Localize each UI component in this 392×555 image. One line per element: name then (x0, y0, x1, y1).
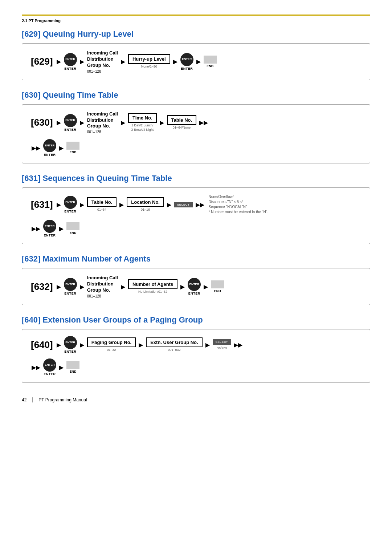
arrow-icon: ▶ (59, 145, 64, 151)
arrow-icon: ▶ (121, 283, 125, 290)
select-button[interactable]: SELECT (174, 202, 193, 207)
arrow-icon: ▶ (139, 341, 143, 348)
end-box (211, 280, 224, 288)
arrow-icon: ▶ (160, 119, 164, 126)
double-arrow-icon: ▶▶ (196, 201, 204, 208)
enter-button: ENTERENTER (64, 278, 77, 295)
arrow-icon: ▶ (205, 341, 210, 348)
arrow-icon: ▶ (80, 283, 84, 290)
enter-button: ENTERENTER (43, 139, 56, 157)
footer-page: 42 (22, 397, 26, 402)
bordered-label: Paging Group No. (87, 337, 136, 347)
bordered-label-group: Location No.01–16 (127, 197, 164, 212)
section-title-629: [629] Queuing Hurry-up Level (22, 29, 370, 39)
arrow-icon: ▶ (121, 119, 125, 126)
arrow-icon: ▶ (57, 283, 61, 290)
diagram-box-632: [632]▶ENTERENTER▶Incoming CallDistributi… (22, 268, 370, 305)
double-arrow-icon: ▶▶ (32, 225, 40, 232)
bordered-label-group: Table No.01–64 (87, 197, 117, 212)
arrow-icon: ▶ (121, 58, 125, 65)
arrow-icon: ▶ (57, 119, 61, 126)
bordered-label: Table No. (87, 197, 117, 207)
enter-button: ENTERENTER (43, 220, 56, 237)
code-label: [640] (31, 339, 53, 351)
arrow-icon: ▶ (57, 201, 61, 208)
arrow-icon: ▶ (59, 225, 64, 232)
arrow-icon: ▶ (57, 341, 61, 348)
section-title-631: [631] Sequences in Queuing Time Table (22, 174, 370, 183)
text-block: Incoming CallDistributionGroup No.001–12… (87, 275, 118, 298)
double-arrow-icon: ▶▶ (32, 364, 40, 371)
footer-divider (32, 397, 33, 402)
enter-button: ENTERENTER (180, 53, 193, 70)
text-block: Incoming CallDistributionGroup No.001–12… (87, 50, 118, 73)
code-label: [629] (31, 56, 53, 67)
enter-button: ENTERENTER (188, 278, 201, 295)
text-block: Incoming CallDistributionGroup No.001–12… (87, 111, 118, 134)
arrow-icon: ▶ (119, 201, 124, 208)
arrow-icon: ▶ (180, 283, 185, 290)
enter-button: ENTERENTER (64, 196, 77, 213)
section-title-640: [640] Extension User Groups of a Paging … (22, 315, 370, 325)
bordered-label-group: Time No.1 Day/2 Lunch/3 Break/4 Night (128, 113, 157, 132)
arrow-icon: ▶ (204, 283, 208, 290)
diagram-box-640: [640]▶ENTERENTER▶Paging Group No.01–32▶E… (22, 329, 370, 383)
arrow-icon: ▶ (80, 201, 84, 208)
page-footer: 42 PT Programming Manual (22, 397, 370, 402)
end-box-group: END (66, 361, 79, 373)
arrow-icon: ▶ (80, 58, 84, 65)
diagram-row: [640]▶ENTERENTER▶Paging Group No.01–32▶E… (31, 336, 361, 353)
bordered-label-group: Number of AgentsNo Limitation/01–32 (128, 279, 177, 294)
end-box-group: END (66, 142, 79, 154)
end-box-group: END (66, 222, 79, 235)
enter-button: ENTERENTER (64, 336, 77, 353)
code-label: [632] (31, 281, 53, 292)
end-box (204, 56, 217, 64)
end-box-group: END (204, 56, 217, 68)
arrow-icon: ▶ (80, 119, 84, 126)
note-text: None/Overflow/Disconnect/"N" × 5 s/Seque… (209, 194, 268, 215)
diagram-row: ▶▶ENTERENTER▶END (31, 358, 361, 376)
diagram-row: ▶▶ENTERENTER▶END (31, 139, 361, 157)
diagram-row: [632]▶ENTERENTER▶Incoming CallDistributi… (31, 275, 361, 298)
end-box-group: END (211, 280, 224, 293)
section-label: 2.1 PT Programming (22, 19, 370, 23)
enter-button: ENTERENTER (43, 358, 56, 376)
footer-text: PT Programming Manual (38, 397, 87, 402)
double-arrow-icon: ▶▶ (199, 119, 208, 126)
arrow-icon: ▶ (173, 58, 177, 65)
code-label: [630] (31, 117, 53, 128)
end-box (66, 142, 79, 150)
bordered-label: Time No. (128, 113, 157, 123)
bordered-label-group: Hurry-up LevelNone/1–30 (128, 54, 170, 69)
bordered-label-group: Paging Group No.01–32 (87, 337, 136, 352)
end-box (66, 222, 79, 230)
top-bar (22, 15, 370, 16)
code-label: [631] (31, 199, 53, 210)
bordered-label: Hurry-up Level (128, 54, 170, 64)
bordered-label: Extn. User Group No. (146, 337, 202, 347)
diagram-row: [631]▶ENTERENTER▶Table No.01–64▶Location… (31, 194, 361, 215)
diagram-row: ▶▶ENTERENTER▶END (31, 220, 361, 237)
arrow-icon: ▶ (57, 58, 61, 65)
double-arrow-icon: ▶▶ (32, 145, 40, 151)
arrow-icon: ▶ (80, 341, 84, 348)
end-box (66, 361, 79, 369)
bordered-label-group: Extn. User Group No.001–032 (146, 337, 202, 352)
diagram-row: [630]▶ENTERENTER▶Incoming CallDistributi… (31, 111, 361, 134)
diagram-row: [629]▶ENTERENTER▶Incoming CallDistributi… (31, 50, 361, 73)
diagram-box-631: [631]▶ENTERENTER▶Table No.01–64▶Location… (22, 187, 370, 244)
bordered-label: Number of Agents (128, 279, 177, 289)
bordered-label-group: Table No.01–64/None (167, 115, 197, 130)
section-title-632: [632] Maximum Number of Agents (22, 254, 370, 264)
diagram-box-629: [629]▶ENTERENTER▶Incoming CallDistributi… (22, 43, 370, 80)
enter-button: ENTERENTER (64, 53, 77, 70)
diagram-box-630: [630]▶ENTERENTER▶Incoming CallDistributi… (22, 104, 370, 164)
arrow-icon: ▶ (167, 201, 171, 208)
double-arrow-icon: ▶▶ (234, 341, 242, 348)
arrow-icon: ▶ (59, 364, 64, 371)
bordered-label: Table No. (167, 115, 197, 125)
bordered-label: Location No. (127, 197, 164, 207)
select-button[interactable]: SELECTNo/Yes (213, 339, 231, 351)
enter-button: ENTERENTER (64, 114, 77, 131)
